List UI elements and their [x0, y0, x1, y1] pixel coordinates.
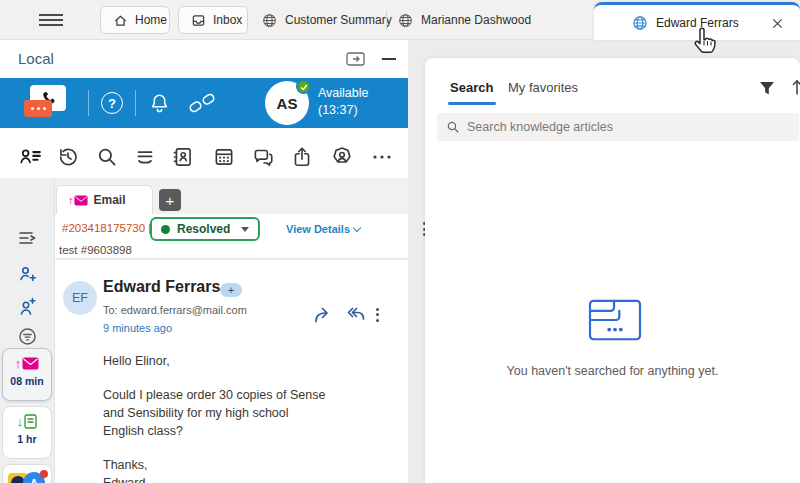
email-session-icon: ↑ [15, 356, 40, 371]
status-dot-icon [161, 225, 170, 234]
tab-customer-summary-label: Customer Summary [285, 13, 392, 27]
view-details-link[interactable]: View Details [286, 223, 360, 235]
globe-icon [398, 13, 413, 28]
session-timer: 08 min [10, 375, 43, 387]
case-number: #203418175730 | [62, 222, 151, 234]
presence-time: (13:37) [318, 102, 369, 119]
empty-state-text: You haven't searched for anything yet. [425, 364, 800, 378]
chevron-down-icon [353, 223, 361, 231]
tab-marianne-dashwood-label: Marianne Dashwood [421, 13, 531, 27]
bluebar-divider [135, 90, 136, 116]
session-tab-apps[interactable]: A 21.5 hr [2, 464, 52, 483]
email-signature: Thanks, Edward [103, 456, 353, 483]
email-more-icon[interactable] [376, 308, 379, 322]
kb-search-box [437, 113, 799, 141]
case-subject: test #9603898 [59, 244, 132, 256]
calendar-icon[interactable] [212, 145, 236, 169]
tab-marianne-dashwood[interactable]: Marianne Dashwood [398, 6, 531, 34]
new-tab-button[interactable]: + [159, 189, 181, 211]
search-icon[interactable] [95, 145, 119, 169]
session-tab-doc[interactable]: ↓ 1 hr [2, 406, 52, 459]
help-icon[interactable]: ? [101, 92, 123, 114]
inbox-icon [191, 13, 206, 28]
notification-dot [40, 470, 48, 478]
filter-sessions-icon[interactable] [17, 326, 39, 348]
tab-inbox-label: Inbox [213, 13, 242, 27]
doc-session-icon: ↓ [17, 414, 38, 429]
contact-book-icon[interactable] [171, 145, 195, 169]
hamburger-menu-icon[interactable] [38, 13, 64, 27]
sender-avatar[interactable]: EF [63, 281, 97, 315]
chevron-down-icon [241, 227, 249, 232]
case-status-label: Resolved [177, 222, 234, 236]
add-contact-icon[interactable] [17, 263, 39, 285]
knowledge-panel: Search My favorites You haven't searched… [425, 58, 800, 483]
share-icon[interactable] [290, 145, 314, 169]
forward-icon[interactable] [313, 306, 334, 323]
tab-email-conversation[interactable]: ↑ Email [56, 185, 153, 214]
session-rail: ↑ 08 min ↓ 1 hr A 21.5 hr [0, 178, 55, 483]
empty-folder-icon [585, 295, 645, 345]
case-status-dropdown[interactable]: Resolved [150, 217, 260, 241]
tab-home-label: Home [135, 13, 167, 27]
session-tab-email[interactable]: ↑ 08 min [2, 348, 52, 401]
link-icon[interactable] [188, 91, 216, 115]
agent-scripts-icon[interactable] [18, 145, 42, 169]
email-body-text: Could I please order 30 copies of Sense … [103, 386, 353, 440]
communication-bar: ? AS Available (13:37) [0, 78, 408, 128]
tab-customer-summary[interactable]: Customer Summary [262, 6, 392, 34]
presence-status-label: Available [318, 85, 369, 102]
active-tab-underline [448, 102, 496, 105]
mouse-cursor [690, 26, 722, 64]
filter-icon[interactable] [758, 80, 776, 97]
email-tab-label: Email [94, 193, 126, 207]
tab-divider [386, 10, 387, 30]
local-window: Local ? [0, 40, 408, 483]
email-up-icon: ↑ [68, 194, 88, 206]
avatar-initials: EF [72, 291, 88, 305]
add-user-icon[interactable] [17, 295, 39, 317]
bluebar-divider [88, 90, 89, 116]
case-header: #203418175730 | Resolved View Details te… [55, 214, 408, 259]
history-icon[interactable] [56, 145, 80, 169]
kb-search-input[interactable] [467, 120, 790, 134]
tab-home[interactable]: Home [100, 6, 170, 34]
browser-tab-bar: Home Inbox Customer Summary Marianne Das… [0, 0, 800, 40]
notifications-bell-icon[interactable] [148, 91, 171, 115]
chat-icon[interactable] [251, 145, 275, 169]
dialer-app-icon[interactable] [30, 85, 66, 111]
tab-inbox[interactable]: Inbox [178, 6, 248, 34]
reply-all-icon[interactable] [344, 306, 366, 323]
email-body: Hello Elinor, Could I please order 30 co… [103, 352, 353, 483]
main-toolbar [0, 128, 408, 178]
apps-session-icon: A [7, 472, 47, 483]
sort-icon[interactable] [792, 78, 800, 96]
agent-avatar[interactable]: AS [265, 81, 309, 125]
window-title: Local [18, 50, 54, 67]
email-message: EF Edward Ferrars + To: edward.ferrars@m… [55, 259, 408, 483]
tab-kb-favorites[interactable]: My favorites [508, 80, 578, 95]
globe-icon [632, 15, 648, 31]
close-icon[interactable] [768, 14, 786, 32]
app-screen: Home Inbox Customer Summary Marianne Das… [0, 0, 800, 483]
presence-status[interactable]: Available (13:37) [318, 85, 369, 119]
queue-icon[interactable] [133, 145, 157, 169]
globe-icon [262, 13, 277, 28]
session-timer: 1 hr [17, 433, 36, 445]
search-icon [446, 120, 460, 134]
email-greeting: Hello Elinor, [103, 352, 353, 370]
tab-kb-search[interactable]: Search [450, 80, 493, 95]
recipient-line: To: edward.ferrars@mail.com [103, 304, 247, 316]
persona-badge-icon[interactable] [330, 145, 354, 169]
more-icon[interactable] [372, 154, 396, 178]
popout-icon[interactable] [346, 52, 365, 66]
sender-name: Edward Ferrars [103, 278, 220, 296]
recipient-badge[interactable]: + [220, 283, 242, 297]
local-window-header: Local [0, 40, 408, 78]
avatar-initials: AS [277, 95, 298, 112]
presence-available-icon [296, 79, 311, 94]
view-details-label: View Details [286, 223, 350, 235]
minimize-icon[interactable] [382, 58, 396, 60]
home-icon [113, 13, 128, 28]
expand-rail-icon[interactable] [17, 228, 39, 250]
